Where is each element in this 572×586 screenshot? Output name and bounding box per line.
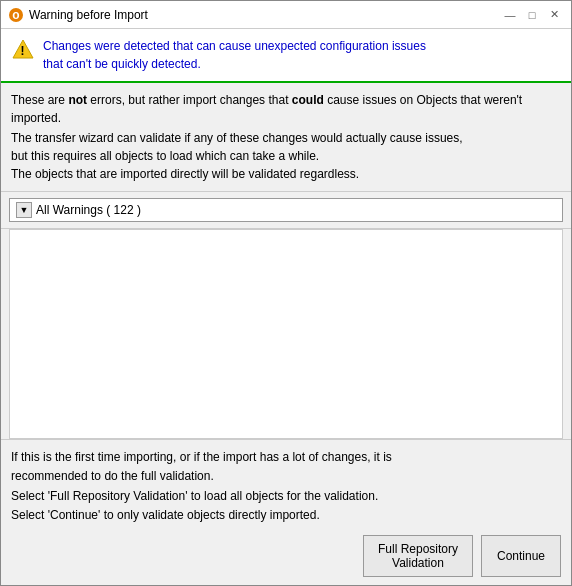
warning-banner: ! Changes were detected that can cause u… xyxy=(1,29,571,83)
title-bar: o Warning before Import — □ ✕ xyxy=(1,1,571,29)
bottom-line4: Select 'Continue' to only validate objec… xyxy=(11,506,561,525)
dropdown-section: ▼ All Warnings ( 122 ) xyxy=(1,192,571,229)
window-title: Warning before Import xyxy=(29,8,148,22)
info-section: These are not errors, but rather import … xyxy=(1,83,571,192)
maximize-button[interactable]: □ xyxy=(523,6,541,24)
info-line2: The transfer wizard can validate if any … xyxy=(11,129,561,147)
bottom-text: If this is the first time importing, or … xyxy=(11,448,561,525)
warning-icon: ! xyxy=(11,37,35,63)
minimize-button[interactable]: — xyxy=(501,6,519,24)
bottom-line1: If this is the first time importing, or … xyxy=(11,448,561,467)
full-repository-validation-button[interactable]: Full Repository Validation xyxy=(363,535,473,577)
svg-text:!: ! xyxy=(21,44,25,58)
warnings-list[interactable] xyxy=(9,229,563,439)
button-row: Full Repository Validation Continue xyxy=(11,535,561,577)
close-button[interactable]: ✕ xyxy=(545,6,563,24)
warning-dialog: o Warning before Import — □ ✕ ! Changes … xyxy=(0,0,572,586)
bottom-line2: recommended to do the full validation. xyxy=(11,467,561,486)
info-could: could xyxy=(292,93,324,107)
warnings-dropdown[interactable]: ▼ All Warnings ( 122 ) xyxy=(9,198,563,222)
app-icon: o xyxy=(9,8,23,22)
dropdown-label: All Warnings ( 122 ) xyxy=(36,203,141,217)
info-line3: but this requires all objects to load wh… xyxy=(11,147,561,165)
info-not: not xyxy=(68,93,87,107)
dropdown-arrow-icon: ▼ xyxy=(16,202,32,218)
warning-text: Changes were detected that can cause une… xyxy=(43,37,426,73)
info-line1: These are not errors, but rather import … xyxy=(11,91,561,127)
title-controls: — □ ✕ xyxy=(501,6,563,24)
bottom-section: If this is the first time importing, or … xyxy=(1,439,571,585)
info-prefix: These are xyxy=(11,93,68,107)
title-bar-left: o Warning before Import xyxy=(9,8,148,22)
info-line4: The objects that are imported directly w… xyxy=(11,165,561,183)
bottom-line3: Select 'Full Repository Validation' to l… xyxy=(11,487,561,506)
continue-button[interactable]: Continue xyxy=(481,535,561,577)
info-mid: errors, but rather import changes that xyxy=(87,93,292,107)
